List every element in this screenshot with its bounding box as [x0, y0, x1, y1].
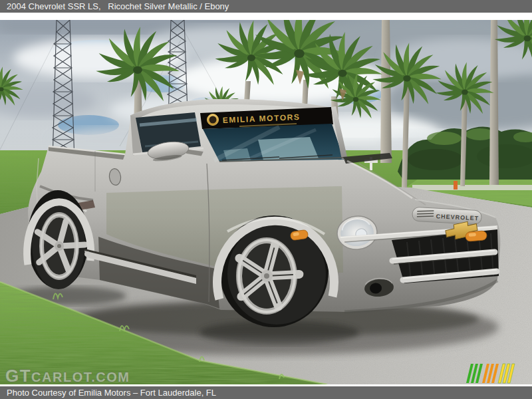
title-separator: , [98, 1, 101, 11]
distant-sidewalk [412, 185, 532, 190]
bare-palm-trunk-right [489, 20, 499, 185]
watermark-gt: GT [5, 366, 31, 384]
caption-bar: Photo Courtesy of Emilia Motors – Fort L… [0, 386, 532, 399]
hydrant [454, 181, 458, 190]
vehicle-title: 2004 Chevrolet SSR LS [7, 1, 98, 11]
title-bar: 2004 Chevrolet SSR LS, Ricochet Silver M… [0, 0, 532, 13]
turn-signal-right [465, 231, 487, 242]
watermark-rest: CARLOT.COM [31, 370, 130, 384]
vehicle-photo: EMILIA MOTORS [0, 20, 532, 384]
photo-credit: Photo Courtesy of Emilia Motors – Fort L… [0, 386, 216, 399]
paint-trim-label: Ricochet Silver Metallic / Ebony [108, 1, 229, 11]
